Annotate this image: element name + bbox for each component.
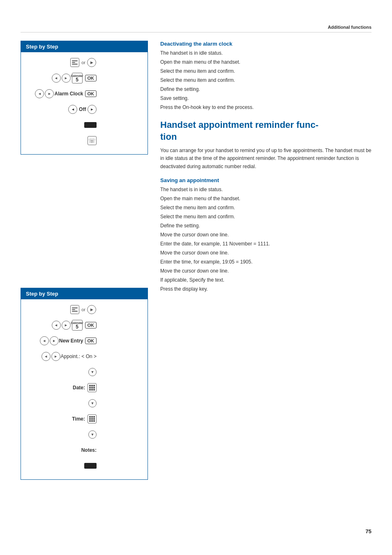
step-row-menu-open: or ▶	[26, 56, 143, 69]
cursor-down-3: ▼	[88, 430, 97, 439]
step-desc-1-1: Open the main menu of the handset.	[160, 58, 371, 66]
step-icons-onhook: ☏	[26, 136, 100, 145]
header-text: Additional functions	[328, 25, 371, 30]
section-deactivate: Step by Step or ▶	[21, 41, 371, 294]
nav-right-1: ►	[62, 74, 71, 83]
new-entry-label: New Entry	[59, 338, 83, 344]
nav-right-2a: ►	[62, 321, 71, 330]
section2-description: You can arrange for your handset to remi…	[160, 147, 371, 171]
step-desc-2-1: Open the main menu of the handset.	[160, 195, 371, 202]
ok-badge-1: OK	[85, 75, 97, 81]
deactivate-title: Deactivating the alarm clock	[160, 41, 371, 47]
step-box-content-1: or ▶ ◄ ► Calendar 5 OK	[21, 52, 148, 154]
step-row-2-cursor3: ▼	[26, 428, 143, 441]
step-row-off: ◄ Off ►	[26, 103, 143, 116]
step-desc-1-0: The handset is in idle status.	[160, 49, 371, 57]
step-row-onhook: ☏	[26, 134, 143, 147]
step-desc-1-4: Define the setting.	[160, 86, 371, 93]
nav-left-2a: ◄	[52, 321, 61, 330]
setting-left-icon: ◄	[68, 105, 77, 114]
big-heading: Handset appointment reminder func- tion	[160, 119, 371, 143]
step-icons-2-cursor3: ▼	[26, 430, 100, 439]
cursor-down-2: ▼	[88, 399, 97, 407]
step-row-2-notes: Notes:	[26, 444, 143, 456]
step-box-header-2: Step by Step	[21, 288, 148, 299]
step-desc-1-2: Select the menu item and confirm.	[160, 67, 371, 75]
calendar-num-1: 5	[76, 77, 78, 82]
menu-lines-icon	[70, 58, 79, 67]
step-desc-1-5: Save setting.	[160, 95, 371, 102]
step-desc-2-11: Press the display key.	[160, 285, 371, 293]
step-icons-2-menu: or ▶	[26, 305, 100, 314]
saving-title: Saving an appointment	[160, 177, 371, 183]
appoint-label: Appoint.: < On >	[61, 354, 97, 359]
step-desc-2-7: Move the cursor down one line.	[160, 249, 371, 257]
ok-badge-2a: OK	[85, 322, 97, 328]
nav-left-2c: ◄	[42, 352, 51, 361]
step-row-2-appoint: ◄ ► Appoint.: < On >	[26, 350, 143, 363]
menu-icon-2	[70, 305, 79, 314]
page-number: 75	[366, 528, 371, 534]
heading-line1: Handset appointment reminder func-	[160, 120, 318, 130]
display-key-bar	[84, 463, 97, 469]
step-row-2-cursor1: ▼	[26, 366, 143, 378]
step-icons-2-calendar: ◄ ► Calendar 5 OK	[26, 320, 100, 331]
step-box-2: Step by Step or ▶	[21, 288, 148, 480]
step-desc-2-3: Select the menu item and confirm.	[160, 213, 371, 220]
step-box-header-1: Step by Step	[21, 41, 148, 52]
step-row-2-date: Date:	[26, 382, 143, 394]
heading-line2: tion	[160, 132, 177, 142]
page-number-text: 75	[366, 528, 371, 534]
calendar-num-2: 5	[76, 324, 78, 329]
step-box-title-1: Step by Step	[26, 44, 58, 50]
step-desc-2-8: Enter the time, for example, 19:05 = 190…	[160, 258, 371, 266]
step-desc-1-3: Select the menu item and confirm.	[160, 76, 371, 84]
step-icons-2-time: Time:	[26, 414, 100, 423]
step-box-content-2: or ▶ ◄ ► Calendar 5 OK ◄	[21, 299, 148, 479]
step-icons-2-cursor2: ▼	[26, 399, 100, 407]
calendar-icon-1: Calendar 5	[72, 73, 83, 83]
page: Additional functions Step by Step	[0, 0, 392, 555]
step-icons-menu: or ▶	[26, 58, 100, 67]
date-label: Date:	[73, 385, 85, 391]
step-icons-2-appoint: ◄ ► Appoint.: < On >	[26, 352, 100, 361]
step-row-2-time: Time:	[26, 413, 143, 425]
onhook-icon: ☏	[88, 136, 97, 145]
step-icons-calendar: ◄ ► Calendar 5 OK	[26, 73, 100, 83]
step-row-calendar: ◄ ► Calendar 5 OK	[26, 72, 143, 84]
section-header: Additional functions	[21, 25, 371, 32]
step-row-alarm-clock: ◄ ► Alarm Clock OK	[26, 88, 143, 100]
keypad-icon-1	[88, 383, 97, 392]
step-icons-2-date: Date:	[26, 383, 100, 392]
step-icons-2-notes: Notes:	[26, 447, 100, 453]
ok-badge-2: OK	[85, 90, 97, 97]
step-row-2-new-entry: ◄ ► New Entry OK	[26, 335, 143, 347]
step-desc-2-4: Define the setting.	[160, 222, 371, 229]
step-row-2-menu: or ▶	[26, 303, 143, 316]
step-row-2-display-key	[26, 460, 143, 472]
keypad-icon-2	[88, 414, 97, 423]
nav-right-2c: ►	[51, 352, 60, 361]
step-row-2-calendar: ◄ ► Calendar 5 OK	[26, 319, 143, 331]
time-label: Time:	[72, 416, 85, 422]
nav-right-2b: ►	[50, 336, 59, 345]
nav-left-1: ◄	[52, 74, 61, 83]
step-icons-save	[26, 122, 100, 128]
step-desc-2-9: Move the cursor down one line.	[160, 267, 371, 275]
step-icons-2-display-key	[26, 463, 100, 469]
step-box-1: Step by Step or ▶	[21, 41, 148, 155]
ok-badge-2b: OK	[85, 338, 97, 344]
step-desc-2-10: If applicable, Specify the text.	[160, 276, 371, 284]
step-icons-2-new-entry: ◄ ► New Entry OK	[26, 336, 100, 345]
nav-icon-right-2: ▶	[87, 305, 96, 314]
step-box-title-2: Step by Step	[26, 291, 58, 297]
nav-left-2: ◄	[35, 89, 44, 98]
save-black-bar	[84, 122, 97, 128]
step-desc-2-5: Move the cursor down one line.	[160, 231, 371, 238]
nav-left-2b: ◄	[40, 336, 49, 345]
notes-label: Notes:	[81, 447, 97, 453]
or-text-1: or	[81, 60, 85, 65]
or-text-2: or	[81, 307, 85, 312]
step-desc-2-6: Enter the date, for example, 11 November…	[160, 240, 371, 247]
right-content-1: Deactivating the alarm clock The handset…	[160, 41, 371, 294]
